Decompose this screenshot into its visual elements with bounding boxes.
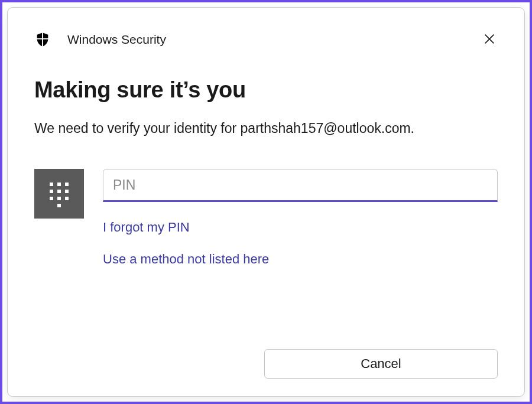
svg-rect-11 bbox=[57, 197, 61, 200]
outer-frame: Windows Security Making sure it’s you We… bbox=[2, 2, 530, 402]
pin-section: I forgot my PIN Use a method not listed … bbox=[34, 169, 498, 267]
cancel-button[interactable]: Cancel bbox=[264, 349, 498, 379]
dialog-subtext: We need to verify your identity for part… bbox=[34, 120, 498, 136]
windows-security-dialog: Windows Security Making sure it’s you We… bbox=[7, 7, 525, 397]
app-title: Windows Security bbox=[67, 32, 166, 47]
svg-rect-1 bbox=[37, 38, 49, 40]
svg-rect-7 bbox=[50, 190, 53, 193]
other-method-link[interactable]: Use a method not listed here bbox=[103, 252, 269, 267]
svg-rect-13 bbox=[57, 204, 61, 207]
keypad-icon bbox=[34, 169, 84, 219]
svg-rect-10 bbox=[50, 197, 53, 200]
dialog-heading: Making sure it’s you bbox=[34, 77, 498, 103]
svg-rect-6 bbox=[65, 183, 69, 186]
svg-rect-0 bbox=[42, 32, 43, 47]
svg-rect-12 bbox=[65, 197, 69, 200]
close-button[interactable] bbox=[481, 31, 498, 48]
shield-icon bbox=[34, 31, 51, 48]
dialog-header: Windows Security bbox=[34, 31, 498, 48]
svg-rect-9 bbox=[65, 190, 69, 193]
svg-rect-8 bbox=[57, 190, 61, 193]
forgot-pin-link[interactable]: I forgot my PIN bbox=[103, 220, 190, 235]
svg-rect-5 bbox=[57, 183, 61, 186]
pin-input[interactable] bbox=[103, 169, 498, 202]
close-icon bbox=[483, 32, 496, 47]
svg-rect-4 bbox=[50, 183, 53, 186]
pin-column: I forgot my PIN Use a method not listed … bbox=[103, 169, 498, 267]
